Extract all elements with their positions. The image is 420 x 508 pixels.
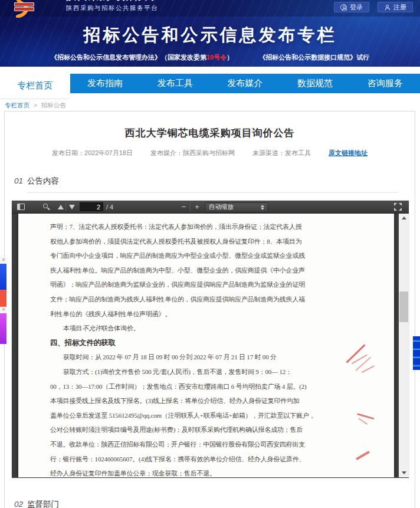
presentation-mode-icon[interactable] [394, 203, 402, 211]
doc-line: 明函》；响应产品的制造商为监狱企业的，供应商应提供响应产品制造商为监狱企业的证明 [50, 277, 325, 292]
site-name: 陕西采购与招标网 [66, 0, 158, 3]
pdf-content-area[interactable]: 声明；7、法定代表人授权委托书：法定代表人参加询价的，须出示身份证；法定代表人授… [12, 214, 409, 477]
scroll-down-icon[interactable] [399, 468, 409, 477]
doc-line: 不退。收款单位：陕西正信招标有限公司；开户银行：中国银行股份有限公司西安四府街支 [50, 437, 325, 452]
breadcrumb-separator: > [34, 101, 37, 109]
logo-badge-top [14, 2, 34, 6]
login-user-icon [340, 4, 347, 11]
notice-left-text: 《招标公告和公示信息发布管理办法》（国家发改委第 [51, 54, 206, 61]
meta-publish-date: 发布日期：2022年07月18日 [52, 149, 133, 158]
logo-badge-bottom [14, 7, 34, 11]
red-stamp-small [352, 411, 376, 434]
zoom-mode-value: 自动缩放 [209, 203, 234, 211]
login-label: 登录 [350, 3, 363, 12]
next-page-icon[interactable] [69, 205, 75, 209]
doc-line: 声明；7、法定代表人授权委托书：法定代表人参加询价的，须出示身份证；法定代表人授 [50, 219, 325, 234]
red-stamp-mark [356, 451, 370, 460]
section-number: 02 [14, 500, 23, 508]
tab-publish-media[interactable]: 发布媒介 [210, 74, 280, 93]
pdf-scrollbar[interactable] [399, 214, 409, 477]
article-container: 西北大学铜芯电缆采购项目询价公告 发布日期：2022年07月18日 发布媒介：陕… [4, 111, 415, 508]
zoom-mode-select[interactable]: 自动缩放 [205, 202, 268, 212]
site-subtitle: 陕西采购与招标公共服务平台 [66, 4, 158, 12]
meta-value: 陕西采购与招标网 [183, 149, 235, 156]
doc-line: 专门面向中小企业项目，响应产品的制造商应为中型企业或小型、微型企业或监狱企业或残 [50, 248, 325, 263]
tab-data-standards[interactable]: 数据规范 [280, 74, 350, 93]
notice-spec-link[interactable]: 《招标公告和公示数据接口规范》试行 [259, 53, 369, 62]
auth-buttons: 登录 注册 [334, 2, 413, 12]
notice-decree-number: 10号令 [206, 54, 227, 61]
section-divider [27, 192, 398, 193]
section-heading-supervision: 02监督部门 [14, 499, 415, 508]
doc-line: 行；银行账号：102460065607。(4)线下报名：携带有效的单位介绍信、经… [50, 452, 325, 467]
page-total-label: / 4 [106, 204, 113, 211]
doc-line: 00，13：30—17:00（工作时间）；发售地点：西安市红缨路南口 6 号均明… [50, 379, 325, 394]
doc-line: 获取方式：(1)询价文件售价 500 元/套(人民币)，售后不退，发售时间 9：… [50, 365, 325, 379]
notice-left-close: ） [227, 54, 233, 61]
doc-line: 本项目不允许联合体询价。 [50, 321, 325, 336]
breadcrumb-home-link[interactable]: 专栏首页 [5, 101, 29, 109]
ad-close-icon[interactable]: ✕ [0, 257, 7, 263]
page-number-input[interactable] [80, 202, 103, 211]
register-user-icon [384, 4, 391, 11]
section-title: 公告内容 [27, 176, 59, 185]
section-number: 01 [14, 176, 23, 185]
section-heading-content: 01公告内容 [14, 176, 415, 186]
doc-line: 盖单位公章后发送至 515612495@qq.com（注明联系人+联系电话+邮箱… [50, 408, 325, 423]
doc-line: 获取时间：从 2022 年 07 月 18 日 09 时 00 分到 2022 … [50, 350, 325, 365]
previous-page-icon[interactable] [58, 205, 64, 209]
tab-consulting[interactable]: 咨询服务 [350, 74, 420, 93]
meta-label: 来源渠道： [252, 149, 285, 156]
article-meta: 发布日期：2022年07月18日 发布媒介：陕西采购与招标网 来源渠道：发布工具… [5, 149, 415, 158]
zoom-out-button[interactable]: − [180, 203, 187, 211]
red-stamp [343, 343, 387, 387]
doc-line: 本项目接受线上报名及线下报名。(3)线上报名：将单位介绍信、经办人身份证复印件均… [50, 394, 325, 408]
ad-widget-purple[interactable] [0, 313, 6, 344]
toolbar-divider [190, 204, 191, 211]
find-icon[interactable] [43, 204, 48, 208]
doc-line: 利性单位的《残疾人福利性单位声明函》。 [50, 307, 325, 322]
scroll-up-icon[interactable] [399, 214, 409, 222]
doc-line: 四、招标文件的获取 [50, 336, 325, 350]
logo-text: 陕西采购与招标网 陕西采购与招标公共服务平台 [66, 0, 158, 12]
doc-line: 疾人福利性单位。响应产品的制造商为中型、小型、微型企业的，供应商提供《中小企业声 [50, 263, 325, 278]
logo-badges [14, 2, 34, 11]
zoom-in-button[interactable]: + [193, 203, 201, 211]
section-title: 监督部门 [27, 500, 59, 508]
tab-column-home[interactable]: 专栏首页 [0, 74, 70, 98]
toolbar-divider [65, 204, 66, 211]
notice-regulation-link[interactable]: 《招标公告和公示信息发布管理办法》（国家发改委第10号令） [51, 53, 233, 62]
meta-publish-media: 发布媒介：陕西采购与招标网 [150, 149, 235, 158]
tab-publish-guide[interactable]: 发布指南 [70, 74, 140, 93]
login-button[interactable]: 登录 [334, 2, 369, 12]
breadcrumb-current: 招标公告 [41, 101, 66, 109]
ad-close-icon[interactable]: ✕ [0, 307, 7, 313]
pdf-viewer: / 4 − + 自动缩放 声明；7、法定代表人授权委托书：法定代表人参加询价的，… [12, 201, 409, 478]
scrollbar-thumb[interactable] [399, 291, 408, 322]
article-title: 西北大学铜芯电缆采购项目询价公告 [5, 126, 415, 140]
meta-value: 发布工具 [285, 149, 311, 156]
sidebar-toggle-icon[interactable] [17, 204, 25, 210]
tab-publish-tools[interactable]: 发布工具 [140, 74, 210, 93]
ad-widget-right[interactable] [413, 336, 420, 370]
site-logo[interactable]: 陕西采购与招标网 陕西采购与招标公共服务平台 [9, 0, 158, 18]
ad-widget-orange[interactable] [0, 290, 6, 307]
main-nav: 专栏首页 发布指南 发布工具 发布媒介 数据规范 咨询服务 [0, 74, 420, 93]
pdf-toolbar: / 4 − + 自动缩放 [12, 201, 409, 214]
page: 陕西采购与招标网 陕西采购与招标公共服务平台 登录 注册 招标公告和公示信息发布… [0, 0, 420, 508]
meta-value: 2022年07月18日 [84, 149, 133, 156]
banner-title: 招标公告和公示信息发布专栏 [0, 24, 420, 47]
pdf-text-lines: 声明；7、法定代表人授权委托书：法定代表人参加询价的，须出示身份证；法定代表人授… [50, 219, 325, 477]
register-button[interactable]: 注册 [378, 2, 413, 12]
site-header: 陕西采购与招标网 陕西采购与招标公共服务平台 登录 注册 招标公告和公示信息发布… [0, 0, 420, 67]
original-link[interactable]: 原文链接地址 [329, 149, 368, 158]
doc-line: 经办人身份证复印件加盖单位公章；现金获取；售后不退。 [50, 466, 325, 477]
register-label: 注册 [393, 3, 406, 12]
meta-label: 发布日期： [52, 149, 84, 156]
ad-widget-blue[interactable] [0, 264, 6, 290]
doc-line: 文件；响应产品的制造商为残疾人福利性单位的，供应商应提供响应产品制造商为残疾人福 [50, 292, 325, 307]
doc-line: 公对公转账时须注明项目编号及用途(标书费)；及时联系采购代理机构确认报名成功；售… [50, 422, 325, 437]
select-caret-icon [261, 205, 264, 210]
doc-line: 权他人参加询价的，须提供法定代表人授权委托书及被授权人身份证复印件；8、本项目为 [50, 234, 325, 249]
pdf-page: 声明；7、法定代表人授权委托书：法定代表人参加询价的，须出示身份证；法定代表人授… [18, 214, 394, 477]
